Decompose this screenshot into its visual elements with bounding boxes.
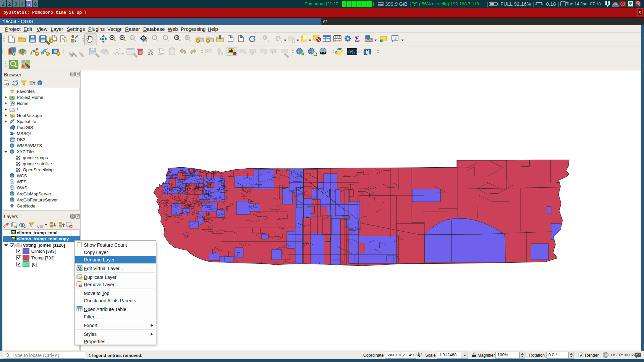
svg-text:DB2: DB2 [11, 139, 15, 141]
svg-text:[y]:: [y]: [352, 50, 360, 54]
svg-text:Σ: Σ [355, 35, 360, 43]
svg-text:V: V [11, 180, 13, 184]
svg-text:abc: abc [240, 50, 245, 53]
svg-text:1:1: 1:1 [130, 37, 134, 39]
svg-text:abc: abc [282, 50, 287, 53]
svg-text:a: a [75, 38, 78, 43]
svg-text:i: i [264, 36, 265, 40]
svg-text:ab: ab [229, 49, 233, 53]
svg-text:T: T [394, 36, 396, 41]
svg-text:x: x [119, 47, 120, 50]
svg-text:?: ? [367, 50, 369, 54]
svg-text:abc: abc [206, 50, 211, 53]
